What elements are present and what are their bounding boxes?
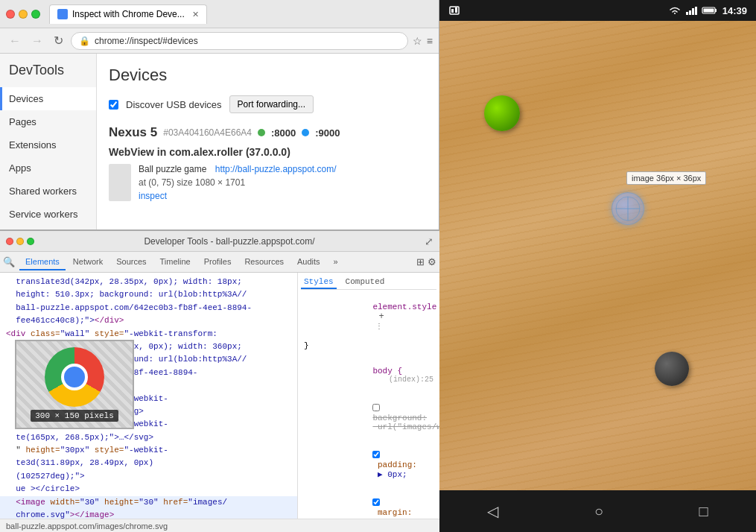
code-line: te(165px, 268.5px);">…</svg> [0,431,297,444]
target-ball-image [612,192,644,225]
code-line: (102527deg);"> [0,470,297,483]
add-style-icon[interactable]: + [378,311,384,322]
tab-bar: Inspect with Chrome Deve... ✕ [49,4,207,24]
sidebar-item-service-workers[interactable]: Service workers [0,203,96,226]
styles-tabs: Styles Computed [301,276,436,290]
maximize-button[interactable] [31,10,40,19]
style-block-body1: body { (index):25 background: url("image… [301,357,436,519]
port-forwarding-button[interactable]: Port forwarding... [229,95,314,113]
dt-minimize-button[interactable] [16,238,24,245]
devtools-body: translate3d(342px, 28.35px, 0px); width:… [0,273,439,519]
tab-network[interactable]: Network [67,254,109,270]
styles-tab-computed[interactable]: Computed [343,276,388,289]
tab-resources[interactable]: Resources [238,254,290,270]
devtools-expand-icon[interactable]: ⤢ [425,235,433,247]
style-block-element: element.style { + ⋮ } [301,293,436,351]
phone-time: 14:39 [722,5,747,16]
inspect-link[interactable]: inspect [139,191,167,201]
phone-nav-bar: ◁ ○ □ [439,490,756,532]
app-row: Ball puzzle game http://ball-puzzle.apps… [109,162,427,203]
back-button[interactable]: ← [6,33,24,49]
code-line-selected-2: chrome.svg"></image> [0,509,297,519]
tab-profiles[interactable]: Profiles [198,254,238,270]
port-dot-green [258,129,265,136]
svg-rect-4 [715,9,717,12]
code-line: te3d(311.89px, 28.49px, 0px) [0,457,297,469]
code-line: fee461cc40c8);"></div> [0,314,297,327]
discover-label: Discover USB devices [126,99,222,110]
reload-button[interactable]: ↻ [51,32,66,49]
code-line: translate3d(342px, 28.35px, 0px); width:… [0,276,297,288]
app-url: http://ball-puzzle.appspot.com/ [215,164,337,174]
address-bar: ← → ↻ 🔒 chrome://inspect/#devices ☆ ≡ [0,28,439,54]
svg-rect-5 [703,9,714,13]
style-more-icon[interactable]: ⋮ [375,323,383,331]
dt-window-buttons [6,238,34,245]
tab-more[interactable]: » [328,254,344,270]
phone-status-left [448,5,460,16]
sidebar-item-extensions[interactable]: Extensions [0,133,96,156]
app-title: Ball puzzle game [139,164,206,174]
status-bar: ball-puzzle.appspot.com/images/chrome.sv… [0,519,439,532]
sidebar-item-devices[interactable]: Devices [0,87,96,110]
discover-checkbox[interactable] [109,100,118,110]
tab-title: Inspect with Chrome Deve... [72,9,185,19]
tooltip-box: image 36px × 36px [626,171,706,185]
code-line-selected: <image width="30" height="30" href="imag… [0,496,297,509]
devtools-toggle-icon[interactable]: ⊞ [416,256,425,267]
app-location: at (0, 75) size 1080 × 1701 [139,176,337,189]
style-prop-padding-checkbox[interactable] [372,451,380,458]
styles-tab-styles[interactable]: Styles [301,276,337,289]
tab-close-icon[interactable]: ✕ [192,10,199,19]
svg-rect-2 [455,7,457,13]
nav-home-button[interactable]: ○ [594,503,603,520]
url-text: chrome://inspect/#devices [95,36,198,46]
dt-close-button[interactable] [6,238,13,245]
target-ball[interactable]: image 36px × 36px [612,192,644,225]
tab-elements[interactable]: Elements [19,254,66,270]
style-prop-checkbox[interactable] [372,404,380,411]
port-dot-blue [302,129,309,136]
sidebar-item-apps[interactable]: Apps [0,156,96,180]
crosshair-overlay [612,192,644,225]
tab-favicon [57,9,68,19]
browser-tab[interactable]: Inspect with Chrome Deve... ✕ [49,4,207,24]
devtools-title: DevTools [0,60,96,87]
browser-window: Inspect with Chrome Deve... ✕ ← → ↻ 🔒 ch… [0,0,439,532]
android-phone: 14:39 image 36px × 36px [439,0,756,532]
wifi-icon [668,5,682,16]
forward-button[interactable]: → [28,33,46,49]
status-url: ball-puzzle.appspot.com/images/chrome.sv… [6,522,168,531]
tab-audits[interactable]: Audits [291,254,326,270]
phone-status-bar: 14:39 [439,0,756,21]
sidebar-item-pages[interactable]: Pages [0,110,96,133]
nav-back-button[interactable]: ◁ [487,502,498,520]
devtools-panel: Developer Tools - ball-puzzle.appspot.co… [0,229,439,532]
sidebar-item-shared-workers[interactable]: Shared workers [0,180,96,203]
chrome-logo-circle [45,347,104,407]
chrome-logo-overlay: 300 × 150 pixels [15,340,134,429]
green-ball[interactable] [484,95,520,131]
selector-element: element.style { [372,303,439,311]
code-line: height: 510.3px; background: url(blob:ht… [0,288,297,301]
menu-icon[interactable]: ≡ [427,35,433,47]
devtools-settings-icon[interactable]: ⚙ [428,256,436,267]
discover-row: Discover USB devices Port forwarding... [109,95,427,113]
tab-sources[interactable]: Sources [110,254,152,270]
tab-timeline[interactable]: Timeline [154,254,197,270]
styles-panel: Styles Computed element.style { + ⋮ } [298,273,439,519]
sim-icon [448,5,460,16]
bookmark-icon[interactable]: ☆ [413,35,422,47]
close-button[interactable] [6,10,15,19]
dark-ball[interactable] [655,352,689,386]
style-prop-margin-checkbox[interactable] [372,498,380,506]
url-bar[interactable]: 🔒 chrome://inspect/#devices [71,32,408,50]
code-line: <div class="wall" style="-webkit-transfo… [0,328,297,341]
minimize-button[interactable] [19,10,28,19]
dt-maximize-button[interactable] [27,238,34,245]
svg-rect-1 [451,9,454,13]
nav-recent-button[interactable]: □ [699,503,708,520]
app-info: Ball puzzle game http://ball-puzzle.apps… [139,162,337,203]
selector-body1: body { [372,367,402,376]
search-icon[interactable]: 🔍 [3,256,15,267]
